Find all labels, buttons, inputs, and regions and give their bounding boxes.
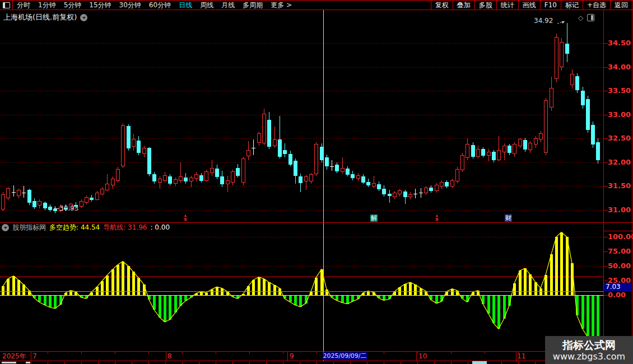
sell-signal-marker: s <box>183 214 188 221</box>
down-candle-body <box>90 198 94 200</box>
histogram-bar-positive <box>17 280 20 295</box>
down-candle-body <box>445 183 449 186</box>
histogram-bar-positive <box>571 263 574 295</box>
clipped-statusbar-text <box>2 362 16 363</box>
histogram-bar-positive <box>404 284 407 295</box>
toolbar-period-5分钟[interactable]: 5分钟 <box>64 1 82 10</box>
down-candle-body <box>137 141 141 153</box>
down-candle-body <box>581 91 585 105</box>
down-candle-body <box>378 184 381 189</box>
histogram-bar-positive <box>539 288 542 295</box>
indicator-expand-icon[interactable] <box>2 224 9 231</box>
up-candle-body <box>513 144 516 153</box>
up-candle-body <box>398 191 402 194</box>
toolbar-period-15分钟[interactable]: 15分钟 <box>89 1 111 10</box>
up-candle-body <box>456 170 459 181</box>
down-candle-body <box>268 120 271 147</box>
split-layout-icon <box>3 2 10 8</box>
up-candle-body <box>242 158 245 183</box>
histogram-bar-negative <box>289 295 292 302</box>
histogram-bar-positive <box>75 292 77 295</box>
down-candle-body <box>283 151 287 154</box>
down-candle-body <box>289 154 292 164</box>
toolbar-action-复权[interactable]: 复权 <box>431 1 453 10</box>
toolbar-period-月线[interactable]: 月线 <box>221 1 235 10</box>
down-candle-body <box>362 176 365 182</box>
up-candle-body <box>544 100 548 153</box>
toolbar-action-多股[interactable]: 多股 <box>474 1 496 10</box>
toolbar-action-F10[interactable]: F10 <box>540 1 561 10</box>
title-expand-icon[interactable] <box>80 14 87 21</box>
histogram-bar-negative <box>54 295 57 309</box>
indicator-source-label: 股朋指标网 <box>12 223 46 232</box>
up-candle-body <box>205 172 208 180</box>
histogram-bar-positive <box>560 232 563 295</box>
down-candle-body <box>524 141 527 149</box>
histogram-bar-positive <box>325 290 328 295</box>
toolbar-period-日线[interactable]: 日线 <box>179 1 192 10</box>
histogram-bar-positive <box>529 274 532 295</box>
histogram-bar-negative <box>305 295 308 304</box>
up-candle-body <box>226 180 230 184</box>
up-candle-body <box>341 168 345 172</box>
histogram-bar-negative <box>294 295 297 305</box>
layout-toggle-button[interactable] <box>0 1 13 10</box>
histogram-bar-negative <box>179 295 182 306</box>
down-candle-body <box>325 157 329 166</box>
up-candle-body <box>143 148 146 153</box>
histogram-bar-positive <box>451 289 454 295</box>
up-candle-body <box>164 176 167 181</box>
toolbar-period-1分钟[interactable]: 1分钟 <box>38 1 56 10</box>
histogram-bar-positive <box>409 282 412 295</box>
down-candle-body <box>44 203 47 208</box>
up-candle-body <box>117 170 120 181</box>
panel-layout-icon[interactable] <box>587 14 594 21</box>
toolbar-period-60分钟[interactable]: 60分钟 <box>149 1 171 10</box>
histogram-bar-positive <box>566 237 569 295</box>
down-candle-body <box>200 176 203 181</box>
toolbar-period-分时[interactable]: 分时 <box>17 1 30 10</box>
announcement-marker[interactable]: 解 <box>370 214 378 222</box>
chart-canvas[interactable] <box>0 0 633 364</box>
up-candle-body <box>487 152 491 156</box>
toolbar-action-标记[interactable]: 标记 <box>561 1 583 10</box>
up-candle-body <box>231 172 235 183</box>
pane-corner-icons: ◇ <box>578 14 594 21</box>
up-candle-body <box>247 151 250 156</box>
histogram-bar-positive <box>513 283 516 295</box>
toolbar-period-周线[interactable]: 周线 <box>200 1 213 10</box>
toolbar-period-多周期[interactable]: 多周期 <box>243 1 263 10</box>
toolbar-action-统计[interactable]: 统计 <box>496 1 518 10</box>
up-candle-body <box>534 138 538 144</box>
diamond-icon[interactable]: ◇ <box>578 15 583 21</box>
histogram-bar-negative <box>503 295 506 319</box>
financial-report-marker[interactable]: 财 <box>505 214 512 222</box>
up-candle-body <box>38 202 41 206</box>
histogram-bar-positive <box>268 282 271 295</box>
histogram-bar-negative <box>44 295 46 305</box>
histogram-bar-negative <box>346 295 349 304</box>
action-menu: 复权叠加多股统计画线F10标记+自选返回 <box>431 1 632 10</box>
up-candle-body <box>195 174 198 179</box>
toolbar-action-+自选[interactable]: +自选 <box>583 1 610 10</box>
histogram-bar-negative <box>169 295 171 320</box>
up-candle-body <box>179 176 183 180</box>
indicator-series1-label: 多空趋势: <box>49 223 78 231</box>
toolbar-action-画线[interactable]: 画线 <box>518 1 540 10</box>
histogram-bar-positive <box>258 277 260 295</box>
toolbar-action-叠加[interactable]: 叠加 <box>453 1 474 10</box>
down-candle-body <box>28 190 31 202</box>
up-candle-body <box>357 176 360 179</box>
toolbar-period-30分钟[interactable]: 30分钟 <box>119 1 141 10</box>
up-candle-body <box>373 183 376 186</box>
toolbar-period-更多 >[interactable]: 更多 > <box>271 1 292 10</box>
toolbar-action-返回[interactable]: 返回 <box>610 1 632 10</box>
indicator-series2-value: 31.96 <box>128 223 147 231</box>
histogram-bar-positive <box>106 276 109 295</box>
histogram-bar-negative <box>299 295 302 307</box>
down-candle-body <box>592 125 595 144</box>
down-candle-body <box>33 202 36 207</box>
up-candle-body <box>425 188 428 193</box>
up-candle-body <box>461 155 464 170</box>
down-candle-body <box>566 44 569 54</box>
